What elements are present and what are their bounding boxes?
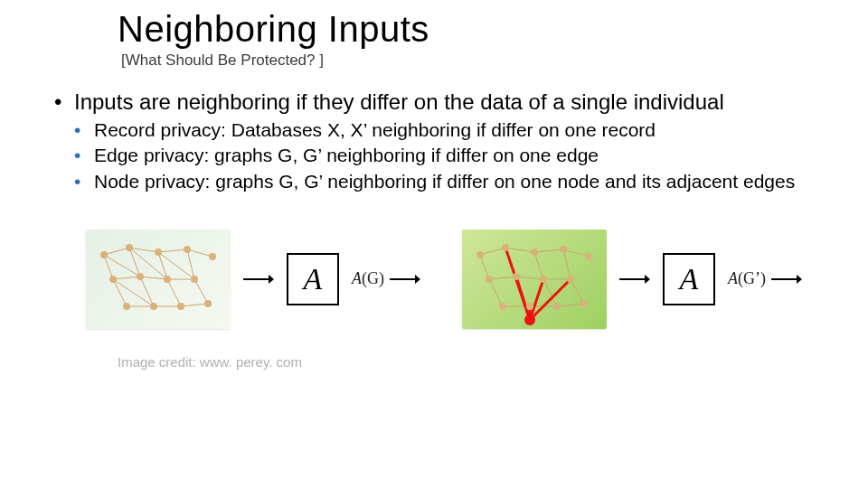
svg-point-64 [585, 253, 592, 260]
svg-marker-75 [645, 275, 650, 284]
slide-subtitle: [What Should Be Protected? ] [121, 52, 841, 70]
svg-point-73 [524, 314, 535, 325]
svg-line-45 [563, 249, 571, 279]
svg-point-33 [177, 303, 184, 310]
svg-line-2 [158, 249, 187, 252]
svg-point-24 [155, 249, 162, 256]
svg-line-49 [489, 279, 503, 306]
svg-point-27 [109, 276, 117, 283]
svg-line-43 [480, 255, 489, 279]
svg-point-62 [531, 249, 538, 256]
svg-line-54 [557, 304, 584, 306]
image-credit: Image credit: www. perey. com [118, 354, 841, 370]
svg-line-51 [571, 279, 584, 304]
arrow-icon: A(G) [352, 269, 420, 288]
svg-line-42 [563, 249, 589, 257]
arrow-icon [243, 273, 274, 286]
svg-line-3 [187, 249, 212, 257]
svg-line-9 [140, 277, 167, 279]
graph-panel-left [86, 230, 231, 329]
svg-point-31 [123, 303, 130, 310]
svg-line-47 [516, 277, 543, 279]
svg-point-26 [209, 253, 216, 260]
svg-line-56 [516, 277, 530, 320]
svg-point-28 [137, 273, 144, 280]
svg-point-63 [560, 246, 567, 253]
svg-line-18 [104, 255, 140, 277]
svg-point-72 [580, 300, 588, 307]
svg-point-25 [184, 246, 191, 253]
svg-line-14 [194, 279, 208, 304]
algorithm-box-right: A [663, 253, 715, 305]
output-label-right: A(G’) [728, 269, 766, 288]
svg-line-39 [480, 248, 505, 255]
bullet-main: Inputs are neighboring if they differ on… [74, 89, 724, 114]
svg-point-22 [100, 251, 108, 258]
slide-title: Neighboring Inputs [118, 9, 841, 50]
svg-point-66 [513, 273, 520, 280]
svg-line-44 [534, 252, 543, 279]
bullet-sub-2: Edge privacy: graphs G, G’ neighboring i… [74, 144, 841, 167]
svg-point-60 [476, 251, 484, 258]
svg-line-13 [167, 279, 181, 306]
bullet-sub-1: Record privacy: Databases X, X’ neighbor… [74, 118, 841, 142]
svg-marker-38 [415, 275, 420, 284]
svg-marker-36 [269, 275, 274, 284]
svg-line-17 [181, 304, 208, 306]
output-label-left: A(G) [352, 269, 384, 288]
svg-line-4 [104, 255, 113, 279]
graph-panel-right [462, 230, 607, 329]
svg-point-69 [499, 303, 506, 310]
svg-point-34 [204, 300, 212, 307]
svg-point-65 [486, 276, 493, 283]
content-block: Inputs are neighboring if they differ on… [54, 89, 841, 193]
svg-line-41 [534, 249, 563, 252]
svg-line-40 [505, 248, 534, 252]
svg-point-32 [150, 303, 157, 310]
svg-line-50 [543, 279, 557, 306]
svg-marker-77 [797, 275, 802, 284]
svg-point-30 [191, 276, 198, 283]
bullet-sub-3: Node privacy: graphs G, G’ neighboring i… [74, 170, 841, 193]
svg-point-23 [126, 244, 133, 251]
svg-line-46 [489, 277, 516, 279]
svg-point-61 [502, 244, 509, 251]
algorithm-box-left: A [287, 253, 339, 305]
svg-point-68 [567, 276, 574, 283]
svg-line-8 [113, 277, 140, 279]
arrow-icon: A(G’) [728, 269, 802, 288]
svg-point-67 [540, 276, 547, 283]
arrow-icon [619, 273, 650, 286]
svg-point-70 [526, 303, 533, 310]
svg-point-29 [164, 276, 171, 283]
figure-row: A A(G) [86, 230, 841, 329]
svg-point-71 [553, 303, 561, 310]
svg-line-0 [104, 248, 129, 255]
